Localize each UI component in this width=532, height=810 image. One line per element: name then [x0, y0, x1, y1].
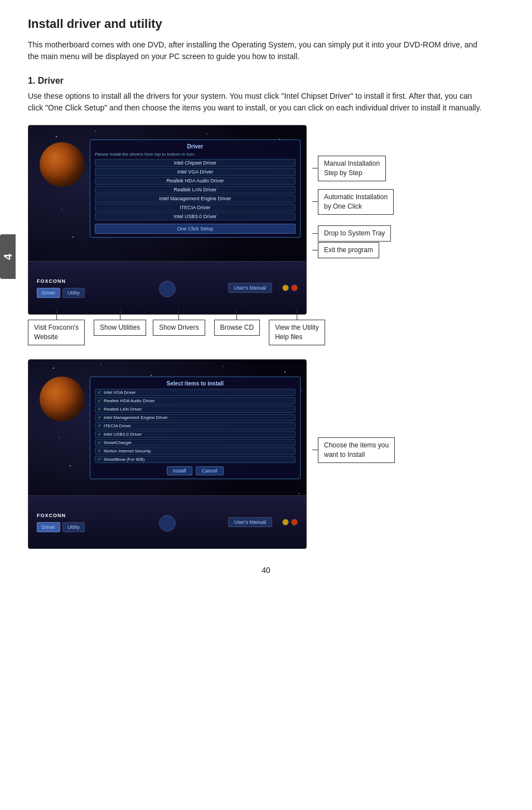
install-cancel-buttons: Install Cancel	[95, 466, 296, 475]
minimize-btn-1[interactable]	[282, 285, 289, 291]
show-drivers-label: Show Drivers	[153, 320, 205, 336]
tray-callout-line	[312, 233, 318, 234]
svg-point-17	[151, 375, 152, 376]
svg-point-19	[284, 372, 286, 373]
close-btn-2[interactable]	[291, 519, 298, 525]
svg-point-3	[206, 133, 207, 134]
driver-item-3[interactable]: Realtek HDA Audio Driver	[95, 177, 296, 185]
foxconn-logo-2: FOXCONN	[37, 513, 85, 518]
select-item-9[interactable]: ✓SmartBiow (For IEB)	[95, 456, 296, 463]
driver-item-7[interactable]: Intel USB3.0 Driver	[95, 213, 296, 220]
svg-point-1	[95, 131, 96, 132]
bottom-nav-bar-2: FOXCONN Driver Utility User's Manual	[28, 495, 306, 548]
window-controls-1	[282, 285, 298, 291]
close-btn-1[interactable]	[291, 285, 298, 291]
auto-callout-line	[312, 201, 318, 202]
select-item-5[interactable]: ✓ITECIA Driver	[95, 422, 296, 430]
tray-callout-container: Drop to System Tray	[312, 225, 391, 242]
driver-nav-btn-2[interactable]: Driver	[37, 522, 60, 532]
driver-instruction: Please install the drivers from top to b…	[95, 152, 296, 157]
label-view-utility: View the UtilityHelp files	[269, 310, 325, 345]
window-controls-2	[282, 519, 298, 525]
select-items-panel: Select items to install ✓Intel VGA Drive…	[90, 377, 301, 479]
chapter-number: 4	[2, 253, 14, 259]
page-title: Install driver and utility	[28, 17, 504, 31]
choose-items-callout: Choose the items youwant to Install	[318, 437, 395, 463]
driver-panel-title: Driver	[95, 143, 296, 150]
choose-items-callout-container: Choose the items youwant to Install	[312, 437, 395, 463]
screenshot2-wrapper: Select items to install ✓Intel VGA Drive…	[28, 359, 507, 549]
automatic-callout-container: Automatic Installationby One Click	[312, 189, 394, 215]
svg-point-15	[53, 368, 54, 369]
automatic-callout: Automatic Installationby One Click	[318, 189, 394, 215]
foxconn-logo-1: FOXCONN	[37, 278, 85, 284]
bottom-nav-bar: FOXCONN Driver Utility User's Manual	[28, 261, 306, 314]
select-panel-title: Select items to install	[95, 380, 296, 387]
exit-callout: Exit the program	[318, 242, 379, 258]
tray-callout: Drop to System Tray	[318, 225, 391, 242]
space-background-2: Select items to install ✓Intel VGA Drive…	[28, 360, 306, 548]
svg-point-23	[70, 465, 71, 466]
view-utility-label: View the UtilityHelp files	[269, 320, 325, 345]
driver-item-5[interactable]: Intel Management Engine Driver	[95, 195, 296, 202]
utility-nav-btn-2[interactable]: Utility	[62, 522, 85, 532]
driver-item-6[interactable]: ITECIA Driver	[95, 204, 296, 211]
select-item-8[interactable]: ✓Norton Internet Security	[95, 447, 296, 455]
driver-item-4[interactable]: Realtek LAN Driver	[95, 186, 296, 194]
select-item-4[interactable]: ✓Intel Management Engine Driver	[95, 414, 296, 421]
section-heading: 1. Driver	[28, 76, 504, 86]
label-show-utilities: Show Utilities	[94, 310, 146, 336]
select-item-2[interactable]: ✓Realtek HDA Audio Driver	[95, 397, 296, 404]
label-browse-cd: Browse CD	[214, 310, 260, 336]
driver-item-1[interactable]: Intel Chipset Driver	[95, 159, 296, 167]
users-manual-btn-1[interactable]: User's Manual	[228, 283, 272, 293]
visit-foxconn-label: Visit Foxconn'sWebsite	[28, 320, 85, 345]
minimize-btn-2[interactable]	[282, 519, 289, 525]
select-item-3[interactable]: ✓Realtek LAN Driver	[95, 406, 296, 413]
screenshot1: Driver Please install the drivers from t…	[28, 125, 307, 315]
users-manual-btn-2[interactable]: User's Manual	[228, 517, 272, 527]
install-button[interactable]: Install	[167, 466, 192, 475]
planet-decoration-2	[40, 377, 84, 421]
one-click-setup-button[interactable]: One Click Setup	[95, 224, 296, 234]
svg-point-26	[298, 493, 299, 494]
select-item-7[interactable]: ✓SmartCharger	[95, 439, 296, 446]
chapter-tab: 4	[0, 234, 16, 279]
label-show-drivers: Show Drivers	[153, 310, 205, 336]
screenshot1-wrapper: Driver Please install the drivers from t…	[28, 125, 507, 315]
manual-callout-line	[312, 168, 318, 168]
select-item-6[interactable]: ✓Intel USB3.0 Driver	[95, 431, 296, 438]
section-description: Use these options to install all the dri…	[28, 90, 485, 114]
cancel-button[interactable]: Cancel	[196, 466, 224, 475]
planet-decoration	[40, 142, 84, 187]
driver-nav-btn[interactable]: Driver	[37, 288, 60, 298]
label-visit-foxconn: Visit Foxconn'sWebsite	[28, 310, 85, 345]
select-item-1[interactable]: ✓Intel VGA Driver	[95, 389, 296, 396]
utility-nav-btn[interactable]: Utility	[62, 288, 85, 298]
page-number: 40	[28, 566, 504, 575]
svg-point-8	[72, 237, 74, 238]
driver-panel: Driver Please install the drivers from t…	[90, 139, 301, 238]
svg-point-18	[223, 366, 224, 367]
browse-cd-label: Browse CD	[214, 320, 260, 336]
svg-point-7	[61, 209, 62, 210]
space-background: Driver Please install the drivers from t…	[28, 126, 306, 314]
svg-point-20	[301, 390, 302, 391]
svg-point-22	[59, 437, 60, 438]
screenshot2: Select items to install ✓Intel VGA Drive…	[28, 359, 307, 549]
manual-callout: Manual InstallationStep by Step	[318, 156, 386, 181]
svg-point-0	[56, 136, 57, 137]
driver-item-2[interactable]: Intel VGA Driver	[95, 168, 296, 176]
choose-items-line	[312, 450, 318, 450]
manual-callout-container: Manual InstallationStep by Step	[312, 156, 386, 181]
exit-callout-line	[312, 250, 318, 250]
show-utilities-label: Show Utilities	[94, 320, 146, 336]
bottom-labels-container: Visit Foxconn'sWebsite Show Utilities Sh…	[28, 310, 325, 345]
intro-text: This motherboard comes with one DVD, aft…	[28, 39, 485, 62]
exit-callout-container: Exit the program	[312, 242, 379, 258]
svg-point-16	[100, 364, 101, 365]
